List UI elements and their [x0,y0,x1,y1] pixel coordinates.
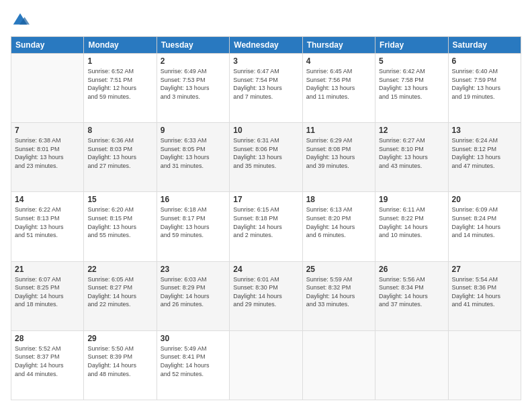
col-header-wednesday: Wednesday [230,37,302,54]
calendar-cell: 8Sunrise: 6:36 AM Sunset: 8:03 PM Daylig… [84,123,157,192]
day-number: 11 [306,126,371,135]
col-header-thursday: Thursday [302,37,375,54]
day-info: Sunrise: 5:49 AM Sunset: 8:41 PM Dayligh… [161,345,226,378]
day-number: 20 [452,195,517,204]
day-number: 26 [379,265,444,274]
day-number: 4 [306,56,371,66]
day-number: 10 [233,126,298,135]
calendar-cell: 25Sunrise: 5:59 AM Sunset: 8:32 PM Dayli… [302,261,375,330]
calendar-header-row: SundayMondayTuesdayWednesdayThursdayFrid… [11,37,521,54]
day-info: Sunrise: 6:29 AM Sunset: 8:08 PM Dayligh… [306,136,371,170]
calendar-cell: 28Sunrise: 5:52 AM Sunset: 8:37 PM Dayli… [11,330,84,400]
calendar-cell [448,330,521,400]
day-number: 3 [233,56,298,66]
day-number: 8 [87,126,152,135]
day-number: 6 [452,56,517,66]
day-number: 30 [161,334,226,343]
day-number: 16 [161,195,226,204]
day-info: Sunrise: 5:50 AM Sunset: 8:39 PM Dayligh… [87,345,152,378]
calendar-cell: 11Sunrise: 6:29 AM Sunset: 8:08 PM Dayli… [302,123,375,192]
day-number: 9 [161,126,226,135]
day-number: 25 [306,265,371,274]
day-info: Sunrise: 6:45 AM Sunset: 7:56 PM Dayligh… [306,67,371,101]
calendar-cell: 10Sunrise: 6:31 AM Sunset: 8:06 PM Dayli… [230,123,302,192]
day-info: Sunrise: 6:38 AM Sunset: 8:01 PM Dayligh… [15,136,80,170]
day-info: Sunrise: 6:27 AM Sunset: 8:10 PM Dayligh… [379,136,444,170]
calendar-cell: 20Sunrise: 6:09 AM Sunset: 8:24 PM Dayli… [448,192,521,261]
day-number: 28 [15,334,80,343]
calendar-week-row: 28Sunrise: 5:52 AM Sunset: 8:37 PM Dayli… [11,330,521,400]
day-info: Sunrise: 6:52 AM Sunset: 7:51 PM Dayligh… [87,67,152,101]
calendar-cell: 13Sunrise: 6:24 AM Sunset: 8:12 PM Dayli… [448,123,521,192]
day-info: Sunrise: 6:01 AM Sunset: 8:30 PM Dayligh… [233,275,298,309]
day-info: Sunrise: 5:59 AM Sunset: 8:32 PM Dayligh… [306,275,371,309]
calendar-cell: 12Sunrise: 6:27 AM Sunset: 8:10 PM Dayli… [375,123,448,192]
calendar-cell: 4Sunrise: 6:45 AM Sunset: 7:56 PM Daylig… [302,54,375,123]
calendar-cell [230,330,302,400]
calendar-cell: 30Sunrise: 5:49 AM Sunset: 8:41 PM Dayli… [157,330,229,400]
day-info: Sunrise: 5:52 AM Sunset: 8:37 PM Dayligh… [15,345,80,378]
day-info: Sunrise: 6:07 AM Sunset: 8:25 PM Dayligh… [15,275,80,309]
day-number: 23 [161,265,226,274]
calendar-table: SundayMondayTuesdayWednesdayThursdayFrid… [11,36,521,400]
day-info: Sunrise: 6:09 AM Sunset: 8:24 PM Dayligh… [452,205,517,239]
calendar-week-row: 21Sunrise: 6:07 AM Sunset: 8:25 PM Dayli… [11,261,521,330]
day-info: Sunrise: 6:20 AM Sunset: 8:15 PM Dayligh… [87,205,152,239]
calendar-cell: 18Sunrise: 6:13 AM Sunset: 8:20 PM Dayli… [302,192,375,261]
day-number: 14 [15,195,80,204]
col-header-friday: Friday [375,37,448,54]
calendar-cell: 5Sunrise: 6:42 AM Sunset: 7:58 PM Daylig… [375,54,448,123]
day-number: 22 [87,265,152,274]
day-info: Sunrise: 6:15 AM Sunset: 8:18 PM Dayligh… [233,205,298,239]
day-info: Sunrise: 6:24 AM Sunset: 8:12 PM Dayligh… [452,136,517,170]
calendar-cell: 22Sunrise: 6:05 AM Sunset: 8:27 PM Dayli… [84,261,157,330]
day-info: Sunrise: 5:54 AM Sunset: 8:36 PM Dayligh… [452,275,517,309]
page: SundayMondayTuesdayWednesdayThursdayFrid… [0,0,532,411]
calendar-cell [375,330,448,400]
calendar-cell: 1Sunrise: 6:52 AM Sunset: 7:51 PM Daylig… [84,54,157,123]
calendar-cell: 14Sunrise: 6:22 AM Sunset: 8:13 PM Dayli… [11,192,84,261]
calendar-week-row: 7Sunrise: 6:38 AM Sunset: 8:01 PM Daylig… [11,123,521,192]
col-header-tuesday: Tuesday [157,37,229,54]
day-number: 19 [379,195,444,204]
col-header-saturday: Saturday [448,37,521,54]
day-info: Sunrise: 6:05 AM Sunset: 8:27 PM Dayligh… [87,275,152,309]
calendar-cell: 2Sunrise: 6:49 AM Sunset: 7:53 PM Daylig… [157,54,229,123]
calendar-cell: 23Sunrise: 6:03 AM Sunset: 8:29 PM Dayli… [157,261,229,330]
day-number: 21 [15,265,80,274]
calendar-cell: 27Sunrise: 5:54 AM Sunset: 8:36 PM Dayli… [448,261,521,330]
day-number: 7 [15,126,80,135]
day-number: 18 [306,195,371,204]
calendar-week-row: 1Sunrise: 6:52 AM Sunset: 7:51 PM Daylig… [11,54,521,123]
calendar-cell: 16Sunrise: 6:18 AM Sunset: 8:17 PM Dayli… [157,192,229,261]
col-header-monday: Monday [84,37,157,54]
day-number: 29 [87,334,152,343]
day-number: 12 [379,126,444,135]
day-info: Sunrise: 6:31 AM Sunset: 8:06 PM Dayligh… [233,136,298,170]
calendar-cell: 26Sunrise: 5:56 AM Sunset: 8:34 PM Dayli… [375,261,448,330]
day-info: Sunrise: 6:42 AM Sunset: 7:58 PM Dayligh… [379,67,444,101]
day-info: Sunrise: 6:47 AM Sunset: 7:54 PM Dayligh… [233,67,298,101]
day-number: 13 [452,126,517,135]
day-number: 17 [233,195,298,204]
day-info: Sunrise: 6:49 AM Sunset: 7:53 PM Dayligh… [161,67,226,101]
calendar-cell: 15Sunrise: 6:20 AM Sunset: 8:15 PM Dayli… [84,192,157,261]
day-number: 1 [87,56,152,66]
logo [11,11,32,30]
day-info: Sunrise: 6:33 AM Sunset: 8:05 PM Dayligh… [161,136,226,170]
calendar-cell: 17Sunrise: 6:15 AM Sunset: 8:18 PM Dayli… [230,192,302,261]
calendar-cell: 29Sunrise: 5:50 AM Sunset: 8:39 PM Dayli… [84,330,157,400]
calendar-cell: 7Sunrise: 6:38 AM Sunset: 8:01 PM Daylig… [11,123,84,192]
calendar-cell: 21Sunrise: 6:07 AM Sunset: 8:25 PM Dayli… [11,261,84,330]
day-number: 5 [379,56,444,66]
calendar-cell [11,54,84,123]
day-info: Sunrise: 6:18 AM Sunset: 8:17 PM Dayligh… [161,205,226,239]
header [11,11,521,30]
calendar-cell: 3Sunrise: 6:47 AM Sunset: 7:54 PM Daylig… [230,54,302,123]
calendar-cell: 6Sunrise: 6:40 AM Sunset: 7:59 PM Daylig… [448,54,521,123]
day-info: Sunrise: 6:03 AM Sunset: 8:29 PM Dayligh… [161,275,226,309]
day-number: 27 [452,265,517,274]
calendar-cell: 24Sunrise: 6:01 AM Sunset: 8:30 PM Dayli… [230,261,302,330]
logo-icon [11,11,30,30]
calendar-cell: 9Sunrise: 6:33 AM Sunset: 8:05 PM Daylig… [157,123,229,192]
